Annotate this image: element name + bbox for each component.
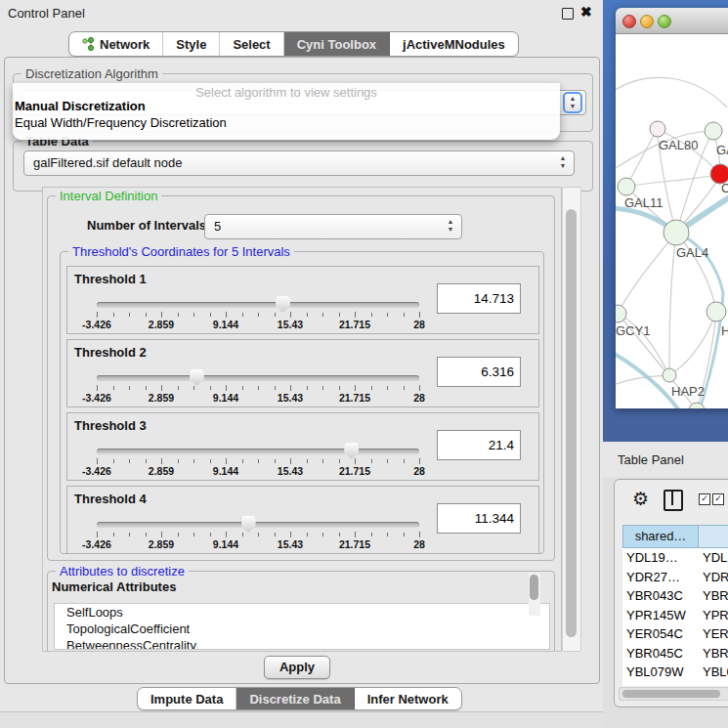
discretization-algorithm-title: Discretization Algorithm [21,66,162,81]
tab-style[interactable]: Style [163,32,220,56]
table-row[interactable]: YBR043CYBR0 [622,586,728,606]
apply-button[interactable]: Apply [264,656,330,679]
network-node[interactable] [663,368,676,382]
network-node[interactable] [705,122,722,140]
combo-stepper-icon[interactable]: ▲▼ [563,92,582,113]
table-panel-header: Table Panel [603,442,728,477]
threshold-3-slider-thumb[interactable] [344,443,359,459]
table-data-combobox[interactable]: galFiltered.sif default node ▲▼ [23,150,575,176]
threshold-coordinates-title: Threshold's Coordinates for 5 Intervals [68,244,294,259]
network-edge[interactable] [618,233,676,314]
tab-discretize-data[interactable]: Discretize Data [236,688,354,709]
threshold-4-slider-track[interactable] [97,522,419,528]
tab-network[interactable]: Network [69,32,163,56]
threshold-1-slider-thumb[interactable] [276,296,290,313]
tab-impute-data[interactable]: Impute Data [138,688,236,709]
tab-jactivemnodules[interactable]: jActiveMNodules [390,32,518,56]
threshold-3-value-field[interactable] [437,430,521,460]
network-edge[interactable] [616,77,727,107]
number-of-intervals-value: 5 [214,219,221,234]
close-icon[interactable]: ✖ [580,4,592,20]
tab-infer-network[interactable]: Infer Network [355,688,461,709]
threshold-4-slider-thumb[interactable] [241,516,256,533]
numerical-attributes-list[interactable]: SelfLoopsTopologicalCoefficientBetweenne… [54,603,550,650]
settings-scroll-area: Interval Definition Number of Intervals … [42,187,562,652]
interval-definition-group: Interval Definition Number of Intervals … [47,195,555,561]
network-node[interactable] [664,220,689,245]
table-row[interactable]: YBL079WYBL0 [622,663,728,682]
bottom-tab-bar: Impute Data Discretize Data Infer Networ… [137,687,462,710]
combo-stepper-icon[interactable]: ▲▼ [446,218,455,234]
popup-item-equal-width-frequency[interactable]: Equal Width/Frequency Discretization [15,115,227,130]
network-node-label: GAL4 [676,245,708,260]
network-node[interactable] [707,302,726,321]
scrollbar-thumb[interactable] [566,209,577,637]
network-edge[interactable] [669,233,676,375]
split-columns-icon[interactable] [664,490,683,511]
threshold-2-label: Threshold 2 [74,345,147,360]
network-canvas[interactable]: GAL80GACGAL11GAL4GCY1HHAP2 [616,34,728,408]
table-row[interactable]: YER054CYER0 [622,624,728,644]
mac-zoom-icon[interactable] [658,15,671,28]
threshold-4-value-field[interactable] [437,503,521,534]
gear-icon[interactable]: ⚙ [632,488,649,510]
network-node-label: GCY1 [616,323,650,338]
table-data-value: galFiltered.sif default node [33,155,182,170]
numerical-attributes-label: Numerical Attributes [52,579,176,594]
attribute-item[interactable]: BetweennessCentrality [55,637,549,650]
table-row[interactable]: YLR345WYLR3 [622,682,728,687]
threshold-4-label: Threshold 4 [74,492,147,506]
table-row[interactable]: YDR27…YDR2 [622,568,728,587]
popup-item-manual-discretization[interactable]: Manual Discretization [15,99,146,113]
checkbox-icon[interactable]: ✓ [699,493,710,505]
number-of-intervals-combobox[interactable]: 5 ▲▼ [204,214,462,239]
threshold-2-slider-track[interactable] [97,375,419,381]
network-node-label: GAL80 [659,138,698,152]
node-table: ⚙ ✓ ✓ shared… na YDL19…YDL1YDR27…YDR2YBR… [614,479,728,707]
mac-minimize-icon[interactable] [640,15,654,28]
network-edge[interactable] [626,174,720,187]
tab-cyni-toolbox[interactable]: Cyni Toolbox [284,32,390,56]
network-node-label: GAL11 [624,195,664,210]
network-window-titlebar[interactable] [616,8,728,34]
table-row[interactable]: YBR045CYBR0 [622,644,728,664]
threshold-2-slider-thumb[interactable] [190,369,204,386]
checkbox-icon[interactable]: ✓ [712,493,724,505]
attributes-list-scrollbar[interactable] [529,573,540,616]
threshold-1-slider-track[interactable] [97,302,419,308]
network-edge[interactable] [626,129,658,187]
threshold-1-panel: Threshold 1 -3.4262.8599.14415.4321.7152… [66,266,539,334]
attribute-item[interactable]: TopologicalCoefficient [55,621,549,637]
threshold-2-value-field[interactable] [437,357,521,387]
scrollbar-thumb[interactable] [622,690,720,698]
settings-vertical-scrollbar[interactable] [562,187,581,652]
table-horizontal-scrollbar[interactable] [619,687,728,701]
network-node[interactable] [650,121,665,137]
combo-stepper-icon[interactable]: ▲▼ [558,154,568,170]
attributes-title: Attributes to discretize [56,564,189,578]
attribute-item[interactable]: SelfLoops [55,604,549,621]
threshold-coordinates-group: Threshold's Coordinates for 5 Intervals … [60,251,544,554]
network-node-label: HAP2 [671,384,705,399]
algorithm-popup-hint: Select algorithm to view settings [13,85,560,100]
table-row[interactable]: YPR145WYPR1 [622,606,728,625]
table-data-group: Table Data galFiltered.sif default node … [13,141,593,192]
float-window-icon[interactable] [562,8,574,20]
column-header-shared[interactable]: shared… [622,525,699,548]
table-row[interactable]: YDL19…YDL1 [622,548,728,568]
network-view-window: GAL80GACGAL11GAL4GCY1HHAP2 [616,8,728,408]
network-node[interactable] [616,305,626,322]
threshold-3-slider-track[interactable] [97,449,419,454]
network-node[interactable] [618,178,635,195]
table-header-row: shared… na [622,525,728,548]
screenshot-stage: Control Panel ✖ Network Style Select Cyn… [0,0,728,728]
mac-close-icon[interactable] [622,15,636,28]
network-node-label: C [721,181,728,195]
network-edge[interactable] [669,312,716,375]
network-edge[interactable] [616,375,669,386]
number-of-intervals-label: Number of Intervals [87,218,206,233]
threshold-1-value-field[interactable] [437,283,521,314]
threshold-2-panel: Threshold 2 -3.4262.8599.14415.4321.7152… [66,339,539,407]
column-header-name[interactable]: na [699,525,728,548]
tab-select[interactable]: Select [220,32,283,56]
